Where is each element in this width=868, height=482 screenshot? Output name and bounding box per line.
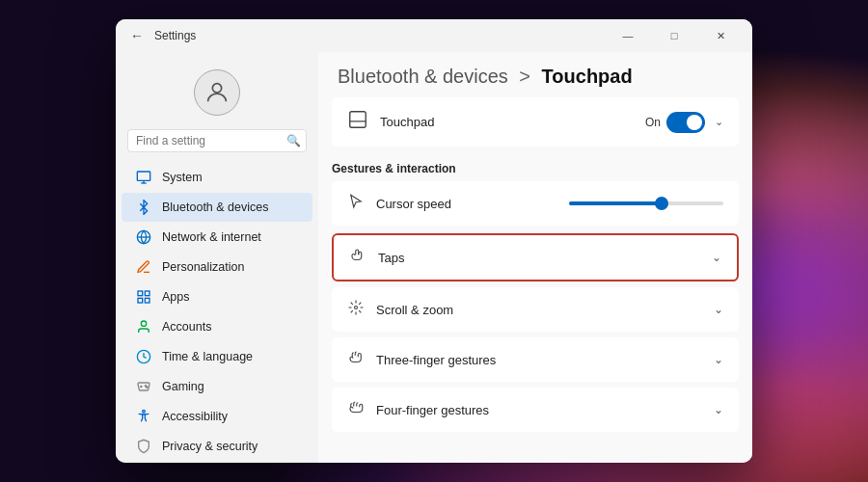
taps-label: Taps [378, 251, 700, 265]
personalization-icon [135, 258, 152, 276]
three-finger-icon [347, 349, 365, 370]
sidebar-item-update[interactable]: Windows Update [122, 462, 312, 463]
sidebar-item-privacy[interactable]: Privacy & security [122, 432, 312, 461]
bluetooth-label: Bluetooth & devices [162, 201, 269, 214]
touchpad-icon [347, 109, 368, 135]
svg-point-19 [355, 307, 358, 309]
gaming-label: Gaming [162, 380, 204, 393]
search-icon: 🔍 [286, 134, 301, 147]
breadcrumb-current: Touchpad [542, 66, 633, 87]
toggle-label: On [645, 116, 661, 129]
row-three-finger[interactable]: Three-finger gestures⌄ [332, 337, 739, 382]
privacy-icon [135, 438, 152, 455]
sidebar: 🔍 SystemBluetooth & devicesNetwork & int… [116, 52, 318, 463]
scroll-zoom-chevron: ⌄ [714, 303, 723, 316]
gaming-icon [135, 378, 152, 395]
apps-label: Apps [162, 290, 190, 304]
scroll-zoom-icon [347, 299, 365, 320]
taps-icon [349, 247, 366, 268]
breadcrumb: Bluetooth & devices > Touchpad [318, 52, 752, 97]
maximize-button[interactable]: □ [652, 19, 696, 52]
minimize-button[interactable]: — [606, 19, 650, 52]
network-label: Network & internet [162, 230, 261, 244]
touchpad-toggle[interactable] [666, 112, 705, 133]
svg-rect-1 [137, 172, 149, 180]
row-taps[interactable]: Taps⌄ [332, 233, 739, 281]
system-label: System [162, 171, 203, 184]
accessibility-icon [135, 408, 152, 425]
breadcrumb-parent: Bluetooth & devices [338, 66, 508, 87]
four-finger-icon [347, 399, 365, 420]
sidebar-item-bluetooth[interactable]: Bluetooth & devices [122, 193, 312, 222]
avatar[interactable] [194, 69, 240, 116]
four-finger-chevron: ⌄ [714, 403, 723, 416]
window-controls: — □ ✕ [606, 19, 743, 52]
breadcrumb-separator: > [519, 66, 530, 87]
svg-rect-8 [145, 298, 149, 303]
cursor-icon [347, 193, 365, 214]
touchpad-label: Touchpad [380, 115, 634, 129]
sidebar-item-time[interactable]: Time & language [122, 342, 312, 371]
scroll-zoom-label: Scroll & zoom [376, 303, 702, 317]
time-icon [135, 348, 152, 365]
svg-rect-6 [138, 291, 143, 296]
toggle-area: On ⌄ [645, 112, 723, 133]
svg-rect-7 [145, 291, 149, 296]
accessibility-label: Accessibility [162, 410, 228, 423]
close-button[interactable]: ✕ [698, 19, 743, 52]
svg-rect-9 [138, 298, 143, 303]
system-icon [135, 169, 152, 186]
apps-icon [135, 288, 152, 306]
row-scroll-zoom[interactable]: Scroll & zoom⌄ [332, 287, 739, 332]
cursor-speed-label: Cursor speed [376, 197, 557, 211]
time-label: Time & language [162, 350, 253, 363]
back-button[interactable]: ← [125, 24, 149, 47]
gestures-section-title: Gestures & interaction [318, 158, 752, 181]
main-layout: 🔍 SystemBluetooth & devicesNetwork & int… [116, 52, 752, 463]
touchpad-card: Touchpad On ⌄ [332, 97, 739, 147]
accounts-label: Accounts [162, 320, 211, 334]
content-area: Bluetooth & devices > Touchpad Touchpad … [318, 52, 752, 463]
titlebar: ← Settings — □ ✕ [116, 19, 752, 52]
accounts-icon [135, 318, 152, 335]
svg-point-15 [147, 387, 148, 388]
cursor-speed-row: Cursor speed [332, 181, 739, 226]
search-box[interactable]: 🔍 [127, 129, 307, 152]
svg-point-16 [143, 410, 146, 413]
taps-chevron: ⌄ [712, 251, 721, 264]
sidebar-item-personalization[interactable]: Personalization [122, 253, 312, 281]
svg-rect-17 [350, 112, 366, 128]
personalization-label: Personalization [162, 260, 244, 274]
slider-thumb[interactable] [655, 197, 668, 210]
sidebar-item-accounts[interactable]: Accounts [122, 312, 312, 341]
touchpad-expand-icon[interactable]: ⌄ [715, 116, 723, 128]
svg-point-0 [212, 84, 221, 93]
sidebar-item-apps[interactable]: Apps [122, 282, 312, 311]
avatar-area [116, 60, 318, 129]
cursor-speed-section: Cursor speed [332, 181, 739, 226]
bluetooth-icon [135, 199, 152, 216]
sidebar-item-accessibility[interactable]: Accessibility [122, 402, 312, 431]
sidebar-item-gaming[interactable]: Gaming [122, 372, 312, 401]
three-finger-chevron: ⌄ [714, 353, 723, 366]
row-four-finger[interactable]: Four-finger gestures⌄ [332, 388, 739, 432]
slider-fill [569, 201, 662, 205]
sidebar-item-system[interactable]: System [122, 163, 312, 192]
cursor-speed-slider[interactable] [569, 201, 723, 205]
svg-point-10 [141, 321, 146, 326]
three-finger-label: Three-finger gestures [376, 353, 702, 367]
window-title: Settings [154, 29, 196, 42]
four-finger-label: Four-finger gestures [376, 403, 702, 417]
network-icon [135, 228, 152, 246]
nav-items: SystemBluetooth & devicesNetwork & inter… [116, 162, 318, 463]
touchpad-row: Touchpad On ⌄ [332, 97, 739, 147]
privacy-label: Privacy & security [162, 440, 258, 453]
collapsible-list: Taps⌄Scroll & zoom⌄Three-finger gestures… [332, 233, 739, 432]
settings-window: ← Settings — □ ✕ 🔍 SystemBl [116, 19, 752, 463]
search-input[interactable] [136, 134, 281, 147]
sidebar-item-network[interactable]: Network & internet [122, 223, 312, 252]
